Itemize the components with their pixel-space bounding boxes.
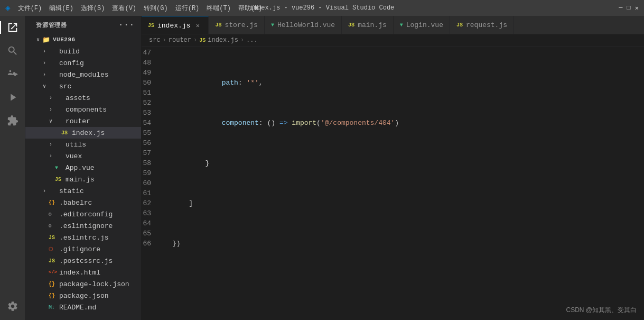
tab-close-icon[interactable]: ✕ [193, 21, 202, 30]
main-layout: 资源管理器 ··· ∨ 📁 VUE296 › build › config › [0, 16, 644, 320]
tree-label: vuex [66, 152, 82, 160]
tab-main-js[interactable]: JS main.js [342, 16, 394, 34]
activity-search[interactable] [3, 41, 22, 60]
tree-item-editorconfig[interactable]: ⚙ .editorconfig [25, 208, 141, 220]
tree-label: index.js [72, 129, 105, 137]
tab-helloworld-vue[interactable]: ▼ HelloWorld.vue [265, 16, 342, 34]
tree-item-package-json[interactable]: {} package.json [25, 290, 141, 301]
tree-label: assets [66, 94, 90, 102]
tree-item-package-lock[interactable]: {} package-lock.json [25, 278, 141, 290]
tree-item-router-index[interactable]: JS index.js [25, 127, 141, 139]
code-lines: path: '*', component: () => import('@/co… [165, 48, 644, 319]
tree-item-build[interactable]: › build [25, 45, 141, 57]
sidebar-header: 资源管理器 ··· [25, 16, 141, 34]
code-line-51: }) [172, 239, 644, 249]
tree-label: utils [66, 141, 86, 149]
menu-goto[interactable]: 转到(G) [144, 4, 168, 13]
breadcrumb-src[interactable]: src [149, 36, 161, 44]
tree-item-utils[interactable]: › utils [25, 139, 141, 150]
arrow-icon: › [40, 60, 49, 66]
menu-file[interactable]: 文件(F) [18, 4, 42, 13]
tree-label: static [59, 187, 84, 195]
tree-item-babelrc[interactable]: {} .babelrc [25, 197, 141, 208]
code-editor[interactable]: 47 48 49 50 51 52 53 54 55 56 57 58 59 6… [142, 47, 644, 320]
breadcrumb-sep2: › [193, 36, 197, 44]
sidebar-more-icon[interactable]: ··· [118, 20, 135, 30]
tree-item-eslintrc[interactable]: JS .eslintrc.js [25, 232, 141, 243]
tree-label: router [66, 117, 90, 125]
tree-label: .eslintrc.js [59, 234, 109, 242]
tree-label: .eslintignore [59, 222, 113, 230]
tab-login-vue[interactable]: ▼ Login.vue [394, 16, 450, 34]
breadcrumb-sep1: › [163, 36, 166, 44]
menu-select[interactable]: 选择(S) [81, 4, 105, 13]
tree-item-readme[interactable]: M↓ README.md [25, 301, 141, 313]
menu-edit[interactable]: 编辑(E) [49, 4, 73, 13]
tree-label: .gitignore [59, 245, 100, 253]
breadcrumb-sep3: › [240, 36, 244, 44]
tab-vue-icon: ▼ [271, 22, 274, 28]
breadcrumb-file-icon: JS [199, 38, 206, 43]
code-line-50: ] [172, 198, 644, 208]
arrow-icon: ∨ [46, 118, 55, 124]
close-icon[interactable]: ✕ [635, 4, 639, 12]
menu-terminal[interactable]: 终端(T) [207, 4, 231, 13]
activity-test[interactable] [3, 297, 22, 316]
json-file-icon: {} [49, 293, 57, 299]
activity-run-debug[interactable] [3, 88, 22, 107]
tree-item-node-modules[interactable]: › node_modules [25, 69, 141, 80]
menu-bar: 文件(F) 编辑(E) 选择(S) 查看(V) 转到(G) 运行(R) 终端(T… [18, 4, 263, 13]
tree-item-vuex[interactable]: › vuex [25, 150, 141, 162]
tab-store-js[interactable]: JS store.js [209, 16, 264, 34]
code-line-47: path: '*', [172, 78, 644, 88]
tree-item-components[interactable]: › components [25, 104, 141, 115]
maximize-icon[interactable]: □ [627, 4, 631, 12]
activity-source-control[interactable] [3, 65, 22, 84]
tree-item-postcssrc[interactable]: JS .postcssrc.js [25, 255, 141, 267]
watermark: CSDN @知其黑、受其白 [566, 306, 637, 315]
breadcrumb-router[interactable]: router [169, 36, 191, 44]
editor-area: JS index.js ✕ JS store.js ▼ HelloWorld.v… [142, 16, 644, 320]
config-file-icon: ⚙ [49, 211, 57, 217]
tree-item-eslintignore[interactable]: ⚙ .eslintignore [25, 220, 141, 232]
tree-item-config[interactable]: › config [25, 57, 141, 69]
tree-label: .editorconfig [59, 211, 113, 218]
arrow-icon: › [46, 107, 55, 113]
tree-item-gitignore[interactable]: ⬡ .gitignore [25, 243, 141, 255]
tree-label: config [59, 59, 84, 67]
activity-extensions[interactable] [3, 111, 22, 130]
menu-view[interactable]: 查看(V) [112, 4, 136, 13]
menu-run[interactable]: 运行(R) [175, 4, 200, 13]
tree-item-app-vue[interactable]: ▼ App.vue [25, 162, 141, 173]
html-file-icon: </> [49, 270, 57, 275]
tree-label: package.json [59, 292, 109, 300]
breadcrumb-symbol[interactable]: ... [246, 36, 258, 44]
arrow-icon: › [40, 72, 49, 78]
tree-item-main-js[interactable]: JS main.js [25, 173, 141, 185]
tree-item-router[interactable]: ∨ router [25, 115, 141, 127]
tab-js-icon: JS [215, 22, 221, 28]
activity-explorer[interactable] [3, 18, 22, 37]
tree-label: package-lock.json [59, 280, 129, 288]
tab-js-icon: JS [348, 22, 354, 28]
json-file-icon: {} [49, 281, 57, 287]
tree-item-assets[interactable]: › assets [25, 92, 141, 104]
json-file-icon: {} [49, 200, 57, 206]
breadcrumb: src › router › JS index.js › ... [142, 34, 644, 47]
arrow-icon: ∨ [34, 36, 42, 43]
arrow-icon: › [40, 49, 49, 54]
tab-js-icon: JS [456, 22, 463, 28]
tree-item-static[interactable]: › static [25, 185, 141, 197]
arrow-icon: ∨ [40, 83, 49, 89]
breadcrumb-file[interactable]: index.js [208, 36, 238, 44]
tab-index-js[interactable]: JS index.js ✕ [142, 16, 209, 34]
tree-item-src[interactable]: ∨ src [25, 80, 141, 92]
tree-label: .postcssrc.js [59, 257, 113, 265]
tree-label: index.html [59, 269, 100, 277]
minimize-icon[interactable]: ─ [619, 4, 622, 12]
tree-item-vue296[interactable]: ∨ 📁 VUE296 [25, 34, 141, 45]
tree-item-index-html[interactable]: </> index.html [25, 267, 141, 278]
arrow-icon: › [46, 142, 55, 148]
tab-request-js[interactable]: JS request.js [450, 16, 514, 34]
activity-bar [0, 16, 25, 320]
